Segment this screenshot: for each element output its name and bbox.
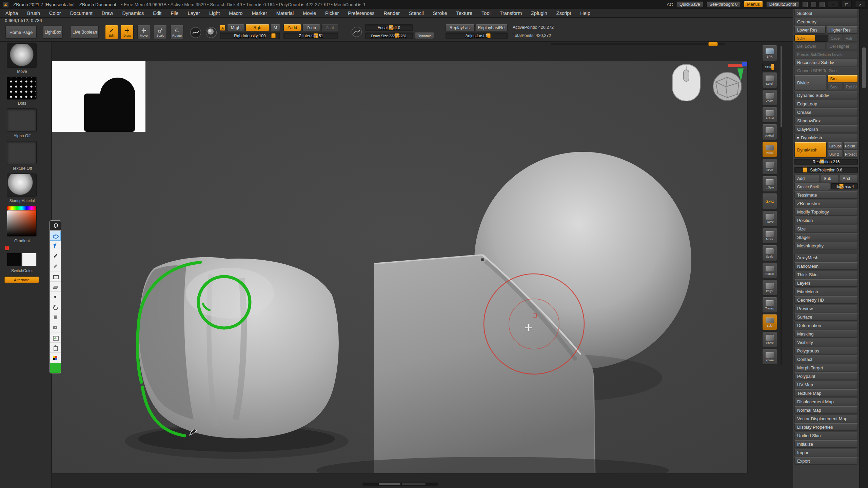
palette-vector-displacement-map[interactable]: Vector Displacement Map [794,415,858,422]
dynamesh-button[interactable]: DynaMesh [794,142,827,158]
menu-item[interactable]: Marker [252,11,267,16]
add-button[interactable]: Add [794,175,820,182]
hue-bar[interactable] [7,206,37,210]
polish-button[interactable]: Polish [843,142,858,149]
menu-item[interactable]: Light [209,11,220,16]
reconstruct-subdiv-button[interactable]: Reconstruct Subdiv [794,59,858,66]
horizontal-scrollbar-handle[interactable] [379,483,400,485]
palette-crease[interactable]: Crease [794,108,858,116]
palette-contact[interactable]: Contact [794,355,858,363]
palette-modify-topology[interactable]: Modify Topology [794,208,858,216]
palette-export[interactable]: Export [794,457,858,465]
menu-item[interactable]: Transform [500,11,522,16]
palette-arraymesh[interactable]: ArrayMesh [794,254,858,261]
edit-mode-button[interactable]: Edit [105,25,118,39]
horizontal-scrollbar-segment[interactable] [402,483,426,485]
menu-item[interactable]: Stroke [433,11,447,16]
rotate-button[interactable]: Rotate [762,263,777,278]
palette-nanomesh[interactable]: NanoMesh [794,262,858,270]
menu-item[interactable]: Picker [325,11,339,16]
palette-texture-map[interactable]: Texture Map [794,389,858,397]
palette-layers[interactable]: Layers [794,279,858,287]
palette-size[interactable]: Size [794,225,858,232]
create-shell-button[interactable]: Create Shell [794,183,830,190]
floor-button[interactable]: Floor [762,159,777,175]
shelf-divider[interactable] [781,46,782,365]
xpose-button[interactable]: Xpose [762,349,777,365]
and-button[interactable]: And [840,175,858,182]
palette-unified-skin[interactable]: Unified Skin [794,432,858,439]
palette-stager[interactable]: Stager [794,233,858,241]
palette-geometry-hd[interactable]: Geometry HD [794,296,858,304]
resolution-slider[interactable]: Resolution 216 [794,159,858,165]
alpha-picker[interactable] [205,27,217,38]
menu-item[interactable]: Macro [229,11,242,16]
focal-curve-icon[interactable] [351,26,362,37]
zsub-button[interactable]: Zsub [302,24,320,31]
menu-item[interactable]: Material [276,11,294,16]
menu-item[interactable]: Dynamics [122,11,144,16]
rstr-button[interactable]: Rstr [844,35,858,42]
mrgb-button[interactable]: Mrgb [227,24,244,31]
cage-button[interactable]: Cage [829,35,843,42]
lightbulb-icon[interactable] [50,221,61,231]
zoom-button[interactable]: Zoom [762,90,777,105]
smt-button[interactable]: Smt [827,75,858,82]
replay-last-rel-button[interactable]: ReplayLastRel [476,24,508,31]
palette-zremesher[interactable]: ZRemesher [794,200,858,207]
dynamic-draw-size-toggle[interactable]: Dynamic [415,33,434,39]
undo-icon[interactable] [50,302,61,312]
frame-button[interactable]: Frame [762,211,777,226]
canvas-document[interactable] [52,61,747,473]
scale-mode-button[interactable]: Scale [154,25,167,39]
menu-item[interactable]: Stencil [409,11,424,16]
shape-rectangle-icon[interactable] [50,271,61,282]
screenshot-icon[interactable] [50,322,61,332]
palette-thick-skin[interactable]: Thick Skin [794,271,858,278]
higher-res-button[interactable]: Higher Res [827,26,858,34]
transp-button[interactable]: Transp [762,297,777,313]
zadd-button[interactable]: Zadd [283,24,301,31]
convert-bpr-button[interactable]: Convert BPR To Geo [794,67,858,74]
secondary-color-swatch[interactable] [22,253,37,266]
trash-icon[interactable] [50,312,61,322]
primary-color-swatch[interactable] [7,253,21,266]
focal-shift-slider[interactable]: Focal Shift 0 [365,24,413,31]
palette-dynamesh[interactable]: DynaMesh [794,134,858,141]
aahalf-button[interactable]: AAHalf [762,124,777,140]
menu-item[interactable]: Brush [27,11,40,16]
ghost-button[interactable]: Ghost [762,332,777,347]
scale-button[interactable]: Scale [762,245,777,261]
palette-import[interactable]: Import [794,449,858,456]
menu-item[interactable]: Texture [456,11,473,16]
default-zscript-button[interactable]: DefaultZScript [766,1,799,7]
menu-item[interactable]: Color [49,11,61,16]
del-higher-button[interactable]: Del Higher [827,43,858,50]
lsym-button[interactable]: L.Sym [762,176,777,192]
menu-item[interactable]: Alpha [5,11,18,16]
freeze-subdivision-button[interactable]: Freeze SubDivision Levels [794,51,858,58]
rotate-mode-button[interactable]: Rotate [171,25,183,39]
reuv-button[interactable]: ReUV [843,83,858,90]
stroke-thumbnail[interactable] [7,77,37,100]
alternate-button[interactable]: Alternate [4,277,39,283]
sdiv-slider[interactable]: SDiv [794,35,828,42]
system-tray-icon[interactable] [820,2,825,7]
panel-scrollbar[interactable] [859,9,868,488]
menu-item[interactable]: Help [580,11,590,16]
quicksave-button[interactable]: QuickSave [676,1,703,7]
menu-item[interactable]: Preferences [348,11,374,16]
bpr-button[interactable]: BPR [762,45,777,61]
stroke-picker[interactable] [190,27,201,38]
menu-item[interactable]: Render [384,11,400,16]
palette-dynamic-subdiv[interactable]: Dynamic Subdiv [794,92,858,99]
menu-item[interactable]: Movie [303,11,316,16]
move-button[interactable]: Move [762,228,777,244]
dot-size-icon[interactable] [50,292,61,302]
horizontal-scrollbar[interactable] [362,483,438,486]
current-brush-thumbnail[interactable] [7,43,37,68]
blur-slider[interactable]: Blur 2 [828,150,842,158]
draw-size-slider[interactable]: Draw Size 233.82281 [365,33,413,39]
saturation-value-picker[interactable] [7,210,37,237]
palette-fibermesh[interactable]: FiberMesh [794,288,858,295]
